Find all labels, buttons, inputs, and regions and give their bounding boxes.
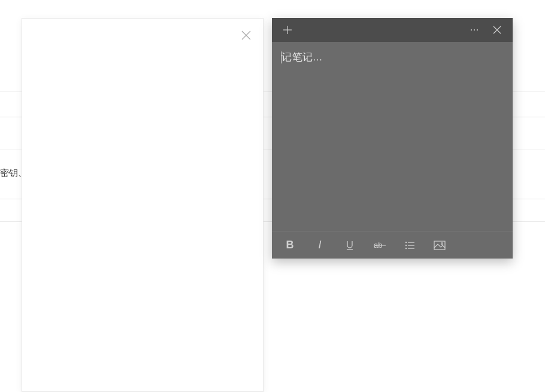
underline-button[interactable] xyxy=(337,233,363,257)
image-icon xyxy=(434,241,446,250)
italic-icon: I xyxy=(318,239,321,251)
close-icon xyxy=(493,26,501,34)
svg-point-4 xyxy=(471,29,472,31)
note-placeholder: 记笔记... xyxy=(281,50,503,64)
svg-rect-18 xyxy=(434,241,445,250)
note-editor[interactable]: 记笔记... xyxy=(272,42,513,231)
sticky-note-window: 记笔记... B I ab xyxy=(272,18,513,259)
left-panel xyxy=(22,18,264,392)
note-close-button[interactable] xyxy=(488,20,507,39)
new-note-button[interactable] xyxy=(278,20,297,39)
list-icon xyxy=(404,240,415,251)
svg-point-12 xyxy=(405,241,407,242)
insert-image-button[interactable] xyxy=(426,233,453,257)
svg-point-6 xyxy=(477,29,478,31)
note-titlebar xyxy=(272,18,513,42)
ellipsis-icon xyxy=(470,25,479,35)
svg-point-5 xyxy=(474,29,475,31)
strikethrough-button[interactable]: ab xyxy=(367,233,393,257)
bold-icon: B xyxy=(286,239,294,251)
note-format-toolbar: B I ab xyxy=(272,231,513,259)
svg-point-16 xyxy=(405,247,407,248)
italic-button[interactable]: I xyxy=(307,233,333,257)
close-button[interactable] xyxy=(239,28,253,42)
svg-point-14 xyxy=(405,244,407,245)
note-menu-button[interactable] xyxy=(465,20,484,39)
underline-icon xyxy=(344,240,355,251)
bold-button[interactable]: B xyxy=(277,233,303,257)
plus-icon xyxy=(283,25,292,35)
bullet-list-button[interactable] xyxy=(396,233,423,257)
close-icon xyxy=(241,31,251,40)
svg-point-19 xyxy=(441,242,443,244)
text-caret xyxy=(281,51,281,63)
strikethrough-icon: ab xyxy=(374,240,386,251)
